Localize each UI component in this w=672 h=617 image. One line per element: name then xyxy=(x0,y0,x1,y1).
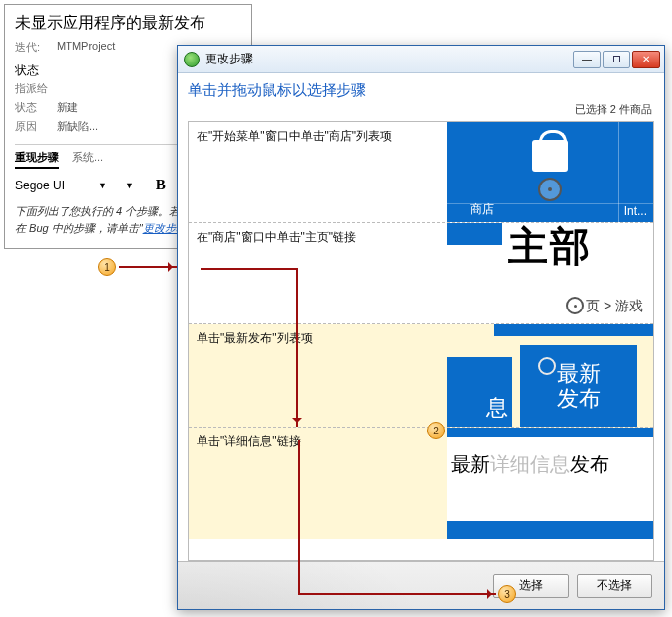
callout-arrow-1 xyxy=(119,266,177,268)
dialog-titlebar: 更改步骤 — ✕ xyxy=(178,46,664,73)
target-icon xyxy=(538,357,556,375)
thumb-text: 最新详细信息发布 xyxy=(451,451,649,478)
thumb-tile: 息 xyxy=(447,357,512,427)
thumb-trail: 页 > 游戏 xyxy=(586,298,643,313)
bold-button[interactable]: B xyxy=(156,177,166,193)
chevron-down-icon[interactable]: ▼ xyxy=(98,181,107,190)
assigned-label: 指派给 xyxy=(15,81,51,96)
thumb-label: Int... xyxy=(624,204,647,218)
footer-decor xyxy=(178,562,436,609)
step-text: 在"商店"窗口中单击"主页"链接 xyxy=(189,223,447,323)
step-text: 单击"详细信息"链接 xyxy=(189,428,447,539)
target-icon xyxy=(566,297,584,314)
callout-connector xyxy=(298,440,300,595)
step-row[interactable]: 在"开始菜单"窗口中单击"商店"列表项 商店 Int... xyxy=(189,122,653,223)
callout-connector xyxy=(201,268,298,270)
state-value[interactable]: 新建 xyxy=(57,100,78,115)
change-steps-dialog: 更改步骤 — ✕ 单击并拖动鼠标以选择步骤 已选择 2 件商品 在"开始菜单"窗… xyxy=(177,45,665,610)
state-label: 状态 xyxy=(15,100,51,115)
callout-connector xyxy=(298,593,496,595)
step-row[interactable]: 单击"最新发布"列表项 息 最新 发布 xyxy=(189,324,653,428)
thumb-line: 最新 xyxy=(557,361,601,386)
thumb-line: 发布 xyxy=(557,386,601,411)
step-text: 单击"最新发布"列表项 xyxy=(189,324,447,427)
dialog-heading: 单击并拖动鼠标以选择步骤 xyxy=(188,81,654,100)
minimize-button[interactable]: — xyxy=(573,51,601,68)
callout-badge-1: 1 xyxy=(98,258,116,276)
step-thumbnail: 息 最新 发布 xyxy=(447,324,653,427)
dialog-footer: 选择 不选择 xyxy=(178,561,664,609)
maximize-icon xyxy=(613,56,620,62)
step-thumbnail: 商店 Int... xyxy=(447,122,653,222)
thumb-tile: 最新 发布 xyxy=(520,345,637,427)
tab-repro-steps[interactable]: 重现步骤 xyxy=(15,150,59,169)
callout-badge-3: 3 xyxy=(498,585,516,603)
chevron-down-icon[interactable]: ▼ xyxy=(125,181,134,190)
target-icon xyxy=(538,178,562,201)
iteration-label: 迭代: xyxy=(15,40,51,55)
selection-summary: 已选择 2 件商品 xyxy=(188,102,652,117)
thumb-bigtext: 主部 xyxy=(508,219,592,274)
deselect-button[interactable]: 不选择 xyxy=(577,574,652,598)
callout-connector xyxy=(296,270,298,427)
step-thumbnail: 最新详细信息发布 xyxy=(447,428,653,539)
bug-title: 未显示应用程序的最新发布 xyxy=(15,13,241,34)
font-family-dropdown[interactable]: Segoe UI xyxy=(15,179,92,192)
store-bag-icon xyxy=(532,140,568,172)
steps-list[interactable]: 在"开始菜单"窗口中单击"商店"列表项 商店 Int... 在"商店"窗口中单击… xyxy=(188,121,654,561)
dialog-window-title: 更改步骤 xyxy=(205,51,253,67)
app-icon xyxy=(184,52,200,67)
thumb-label: 商店 xyxy=(470,201,494,218)
reason-value[interactable]: 新缺陷... xyxy=(57,119,98,134)
step-row[interactable]: 单击"详细信息"链接 最新详细信息发布 xyxy=(189,428,653,539)
reason-label: 原因 xyxy=(15,119,51,134)
iteration-value: MTMProject xyxy=(57,40,115,55)
callout-badge-2: 2 xyxy=(427,422,445,439)
step-thumbnail: 主部 页 > 游戏 xyxy=(447,223,653,323)
close-button[interactable]: ✕ xyxy=(632,51,660,68)
maximize-button[interactable] xyxy=(603,51,630,68)
step-row[interactable]: 在"商店"窗口中单击"主页"链接 主部 页 > 游戏 xyxy=(189,223,653,324)
tab-system[interactable]: 系统... xyxy=(72,150,103,169)
step-text: 在"开始菜单"窗口中单击"商店"列表项 xyxy=(189,122,447,222)
